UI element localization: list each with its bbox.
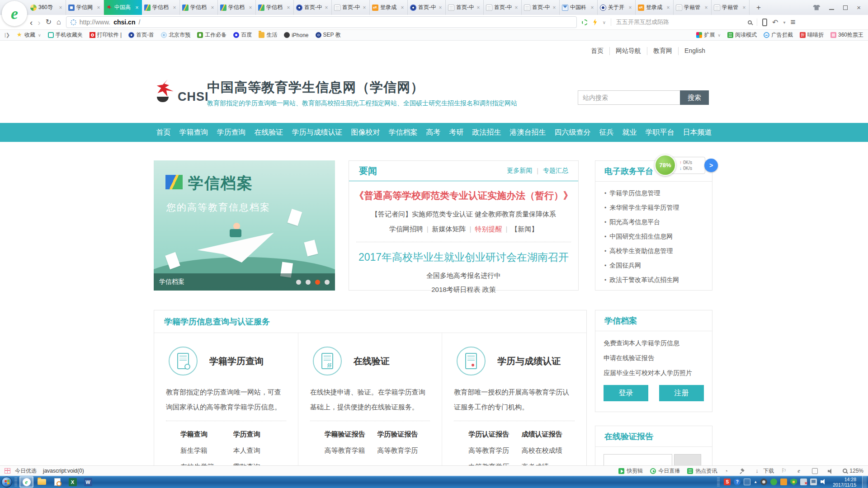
browser-tab[interactable]: 学信档	[180, 0, 218, 15]
news-link[interactable]: 特别提醒	[475, 225, 507, 234]
tab-close-icon[interactable]	[324, 5, 329, 11]
utility-nav-link[interactable]: 网站导航	[610, 47, 647, 55]
main-nav-link[interactable]: 学籍查询	[179, 128, 208, 137]
more-news-link[interactable]: 更多新闻	[507, 167, 532, 175]
status-tool[interactable]	[724, 468, 732, 474]
gift-icon[interactable]	[5, 468, 10, 474]
browser-tab[interactable]: 中国科	[560, 0, 598, 15]
browser-search-query[interactable]: 五五开黑互怼成陌路	[616, 18, 744, 26]
status-tool[interactable]: 热点资讯	[687, 467, 717, 475]
browser-tab[interactable]: 首页-中	[484, 0, 522, 15]
browser-tab[interactable]: 中国高	[104, 0, 142, 15]
chevron-down-icon[interactable]: ∨	[603, 20, 606, 25]
antivirus-tray-icon[interactable]	[770, 479, 777, 485]
boost-button[interactable]	[704, 159, 718, 172]
browser-tab[interactable]: 学信档	[256, 0, 294, 15]
status-tool[interactable]: 下载	[755, 467, 774, 475]
skin-theme-icon[interactable]	[813, 5, 820, 10]
news-subline[interactable]: 2018考研日程表 政策	[349, 286, 578, 294]
tab-close-icon[interactable]	[703, 5, 709, 11]
browser-tab[interactable]: 学信档	[218, 0, 256, 15]
tab-close-icon[interactable]	[552, 5, 557, 11]
browser-tab[interactable]: 首页-中	[446, 0, 484, 15]
tab-close-icon[interactable]	[438, 5, 443, 11]
news-link[interactable]: 【新闻】	[511, 225, 538, 234]
extension-item[interactable]: 广告拦截	[764, 31, 793, 39]
show-desktop-button[interactable]	[862, 476, 867, 488]
main-nav-link[interactable]: 首页	[156, 128, 171, 137]
maximize-icon[interactable]	[843, 5, 848, 10]
taskbar-viewer[interactable]	[50, 476, 64, 488]
taskbar-clock[interactable]: 14:28 2017/11/15	[830, 477, 859, 488]
carousel-dot[interactable]	[296, 280, 301, 285]
camera-tray-icon[interactable]	[760, 479, 767, 485]
service-link[interactable]: 高等教育学历	[468, 446, 521, 455]
send-to-phone-icon[interactable]	[762, 19, 767, 26]
hero-carousel[interactable]: 学信档案 您的高等教育信息档案 学信档案	[154, 160, 335, 291]
taskbar-explorer[interactable]	[35, 476, 49, 488]
main-nav-link[interactable]: 高考	[426, 128, 441, 137]
utility-nav-link[interactable]: 首页	[585, 47, 610, 55]
news-link[interactable]: 新媒体矩阵	[432, 225, 472, 234]
tab-close-icon[interactable]	[400, 5, 405, 11]
bookmark-item[interactable]: 打印软件 |	[90, 31, 122, 39]
main-nav-link[interactable]: 考研	[449, 128, 464, 137]
refresh-icon[interactable]: ↻	[46, 19, 52, 26]
bookmarks-expander-icon[interactable]: |❯	[5, 32, 10, 38]
main-nav-link[interactable]: 就业	[623, 128, 637, 137]
main-nav-link[interactable]: 图像校对	[351, 128, 380, 137]
taskbar-360-browser[interactable]: e	[19, 476, 33, 488]
speed-ball-widget[interactable]: ↑0K/s ↓0K/s 78%	[655, 155, 718, 176]
egov-link[interactable]: 学籍学历信息管理	[604, 186, 703, 201]
orange-tray-icon[interactable]	[780, 479, 787, 485]
link-group-header[interactable]: 学历验证报告	[377, 430, 430, 439]
bookmark-item[interactable]: 北京市预	[161, 31, 190, 39]
bookmark-item[interactable]: 生活	[259, 31, 277, 39]
egov-link[interactable]: 中国研究生招生信息网	[604, 230, 703, 244]
browser-logo-360[interactable]: e	[2, 1, 27, 26]
status-tool[interactable]: 快剪辑	[618, 467, 643, 475]
browser-tab[interactable]: 360导	[28, 0, 66, 15]
accelerate-icon[interactable]	[593, 19, 598, 26]
new-tab-button[interactable]: +	[752, 3, 765, 13]
egov-link[interactable]: 来华留学生学籍学历管理	[604, 201, 703, 215]
extension-item[interactable]: 扩展	[696, 31, 721, 39]
egov-link[interactable]: 全国征兵网	[604, 258, 703, 273]
status-tool[interactable]	[827, 468, 835, 474]
main-nav-link[interactable]: 征兵	[599, 128, 614, 137]
close-window-icon[interactable]: ×	[857, 4, 861, 11]
status-tool[interactable]: 125%	[843, 468, 863, 474]
topics-link[interactable]: 专题汇总	[543, 167, 568, 175]
status-tool[interactable]: 今日直播	[650, 467, 680, 475]
site-logo[interactable]: CHSI	[156, 80, 209, 103]
show-hidden-icons[interactable]: ▲	[754, 480, 757, 484]
main-nav-link[interactable]: 日本频道	[683, 128, 712, 137]
menu-icon[interactable]: ≡	[791, 17, 795, 27]
sogou-tray-icon[interactable]: S	[724, 479, 731, 485]
restore-tab-icon[interactable]: ↶	[772, 18, 778, 27]
service-link[interactable]: 本人查询	[233, 446, 286, 455]
tab-close-icon[interactable]	[286, 5, 291, 11]
browser-tab[interactable]: 登录成	[636, 0, 674, 15]
service-link[interactable]: 高等教育学历	[377, 446, 430, 455]
memory-usage-ball[interactable]: 78%	[655, 155, 676, 176]
network-error-icon[interactable]	[800, 479, 807, 485]
link-group-header[interactable]: 成绩认证报告	[522, 430, 575, 439]
main-nav-link[interactable]: 学职平台	[646, 128, 675, 137]
site-search-input[interactable]	[578, 90, 680, 105]
utility-nav-link[interactable]: English	[679, 47, 711, 55]
tab-close-icon[interactable]	[476, 5, 481, 11]
status-tool[interactable]	[812, 468, 820, 474]
tab-close-icon[interactable]	[627, 5, 633, 11]
network-icon[interactable]	[810, 479, 817, 485]
security-shield-icon[interactable]	[790, 479, 797, 485]
tab-close-icon[interactable]	[58, 5, 63, 11]
chevron-down-icon[interactable]: ▾	[783, 20, 785, 25]
site-search-button[interactable]: 搜索	[680, 90, 709, 105]
bookmark-item[interactable]: 手机收藏夹	[48, 31, 83, 39]
main-nav-link[interactable]: 学信档案	[389, 128, 418, 137]
tab-close-icon[interactable]	[362, 5, 367, 11]
daily-picks-label[interactable]: 今日优选	[15, 467, 37, 475]
main-nav-link[interactable]: 学历查询	[217, 128, 246, 137]
status-tool[interactable]	[781, 468, 789, 474]
